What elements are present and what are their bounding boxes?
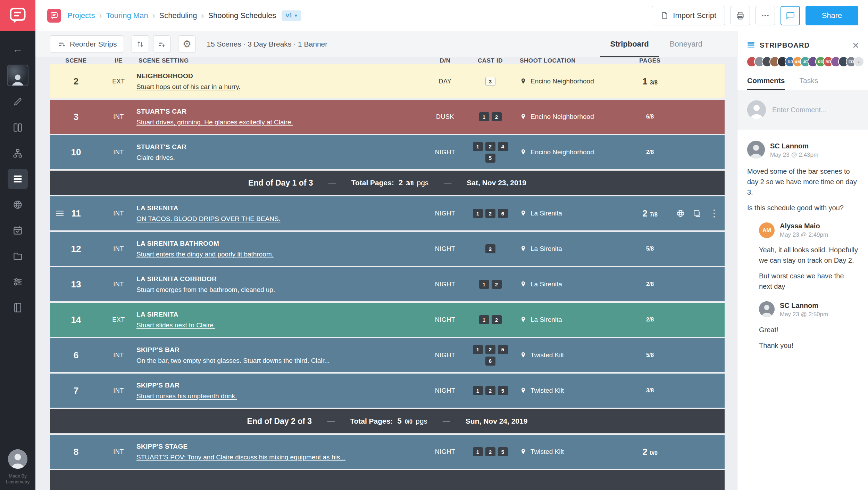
scene-strip[interactable]: 7 INT SKIPP'S BAR Stuart nurses his umpt… — [50, 374, 725, 408]
scene-number: 12 — [71, 244, 81, 254]
pages-value: 13/8 — [624, 76, 676, 87]
location-pin-icon — [520, 78, 527, 85]
pages-value: 5/8 — [624, 246, 676, 252]
day-break-banner[interactable]: — — — [50, 470, 725, 490]
reports-book-button[interactable] — [8, 297, 28, 318]
project-chat-icon[interactable] — [47, 9, 61, 23]
avatar-photo — [747, 141, 765, 158]
scene-strip[interactable]: 14 EXT LA SIRENITA Stuart slides next to… — [50, 303, 725, 337]
sort-button[interactable] — [132, 35, 149, 53]
breadcrumb-shooting-schedules[interactable]: Shooting Schedules — [208, 11, 276, 20]
shot-flow-button[interactable] — [8, 143, 28, 163]
scene-description-link[interactable]: Stuart emerges from the bathroom, cleane… — [136, 286, 416, 294]
version-badge[interactable]: v1▾ — [282, 10, 301, 21]
user-avatar[interactable] — [8, 449, 27, 469]
cast-id-chip: 2 — [492, 112, 502, 121]
import-script-button[interactable]: Import Script — [652, 6, 725, 25]
scene-setting-title: LA SIRENITA — [136, 311, 416, 318]
comments-toggle-button[interactable] — [781, 6, 800, 25]
scene-number: 7 — [74, 385, 78, 396]
cast-id-chip: 3 — [485, 77, 495, 86]
close-icon[interactable]: × — [852, 40, 859, 51]
back-button[interactable]: ← — [8, 39, 28, 59]
scene-description-link[interactable]: STUART'S POV: Tony and Claire discuss hi… — [136, 454, 416, 461]
add-strip-button[interactable] — [153, 35, 170, 53]
scene-description-link[interactable]: Stuart drives, grinning. He glances exci… — [136, 119, 416, 126]
cast-id-chips: 1256 — [471, 345, 509, 366]
scene-description-link[interactable]: Stuart enters the dingy and poorly lit b… — [136, 251, 416, 258]
scene-description-link[interactable]: Stuart nurses his umpteenth drink. — [136, 392, 416, 400]
pages-fraction: 2/8 — [646, 281, 654, 287]
project-thumbnail[interactable] — [7, 65, 28, 86]
int-ext-label: INT — [102, 448, 135, 456]
share-label: Share — [822, 11, 842, 20]
stripboard-nav-button[interactable] — [8, 169, 28, 189]
files-folder-button[interactable] — [8, 246, 28, 266]
scene-description-link[interactable]: Stuart hops out of his car in a hurry. — [136, 83, 416, 91]
col-shoot-location: SHOOT LOCATION — [516, 57, 624, 64]
tab-stripboard[interactable]: Stripboard — [600, 31, 659, 57]
scene-strip[interactable]: 11 INT LA SIRENITA ON TACOS. BLOOD DRIPS… — [50, 196, 725, 230]
comment-timestamp: May 23 @ 2:50pm — [780, 311, 828, 318]
scene-description-link[interactable]: Claire drives. — [136, 154, 416, 162]
elements-ball-icon[interactable] — [676, 209, 685, 218]
panel-tabs: Comments Tasks — [737, 71, 868, 90]
comment-input[interactable] — [772, 106, 864, 114]
scene-strip[interactable]: 6 INT SKIPP'S BAR On the bar, two empty … — [50, 338, 725, 372]
person-icon — [747, 100, 766, 119]
shoot-location-label: La Sirenita — [531, 245, 562, 253]
int-ext-label: EXT — [102, 316, 135, 324]
share-button[interactable]: Share — [806, 6, 858, 25]
elements-ball-button[interactable] — [8, 195, 28, 215]
caret-down-icon: ▾ — [295, 13, 297, 18]
shoot-location: La Sirenita — [516, 316, 624, 324]
scene-description-link[interactable]: Stuart slides next to Claire. — [136, 321, 416, 329]
shoot-location-label: Twisted Kilt — [531, 387, 564, 394]
strip-list: 2 EXT NEIGHBORHOOD Stuart hops out of hi… — [50, 64, 725, 490]
edit-pencil-button[interactable] — [8, 92, 28, 112]
tab-boneyard[interactable]: Boneyard — [659, 31, 713, 57]
comment-timestamp: May 23 @ 2:43pm — [770, 152, 818, 158]
calendar-button[interactable] — [8, 220, 28, 240]
col-dn: D/N — [426, 57, 464, 64]
scene-description-link[interactable]: On the bar, two empty shot glasses. Stua… — [136, 357, 416, 365]
day-night-label: NIGHT — [426, 210, 464, 217]
scene-description-link[interactable]: ON TACOS. BLOOD DRIPS OVER THE BEANS. — [136, 215, 416, 223]
table-header: SCENE I/E SCENE SETTING D/N CAST ID SHOO… — [50, 57, 725, 64]
pages-fraction: 3/8 — [646, 387, 654, 393]
cast-id-chip: 5 — [498, 386, 508, 395]
comment-author: SC Lannom — [780, 302, 828, 310]
comment: SC Lannom May 23 @ 2:50pm Great!Thank yo… — [759, 301, 858, 351]
scene-strip[interactable]: 10 INT STUART'S CAR Claire drives. NIGHT… — [50, 135, 725, 169]
location-pin-icon — [520, 316, 527, 323]
kebab-icon[interactable]: ⋮ — [709, 209, 719, 218]
duplicate-stack-icon[interactable] — [693, 209, 702, 218]
scene-strip[interactable]: 3 INT STUART'S CAR Stuart drives, grinni… — [50, 100, 725, 134]
settings-button[interactable]: ⚙ — [178, 35, 195, 53]
scene-setting-title: STUART'S CAR — [136, 108, 416, 115]
scene-strip[interactable]: 8 INT SKIPP'S STAGE STUART'S POV: Tony a… — [50, 435, 725, 469]
breadcrumb-touring-man[interactable]: Touring Man — [106, 11, 148, 20]
scene-strip[interactable]: 12 INT LA SIRENITA BATHROOM Stuart enter… — [50, 232, 725, 266]
drag-handle-icon[interactable] — [56, 208, 64, 219]
breadcrumb-scheduling[interactable]: Scheduling — [159, 11, 197, 20]
print-button[interactable] — [731, 6, 750, 25]
reorder-strips-button[interactable]: Reorder Strips — [50, 35, 124, 53]
day-break-banner[interactable]: End of Day 1 of 3 — Total Pages: 2 3/8 p… — [50, 171, 725, 195]
studiobinder-logo[interactable] — [0, 0, 35, 31]
breakdown-columns-button[interactable] — [8, 117, 28, 138]
int-ext-label: EXT — [102, 78, 135, 85]
day-break-banner[interactable]: End of Day 2 of 3 — Total Pages: 5 0/0 p… — [50, 409, 725, 433]
separator-dash: — — [444, 178, 451, 187]
cast-id-chip: 2 — [485, 386, 495, 395]
breadcrumb-projects[interactable]: Projects — [67, 11, 95, 20]
scene-strip[interactable]: 2 EXT NEIGHBORHOOD Stuart hops out of hi… — [50, 64, 725, 98]
comment-replies: AM Alyssa Maio May 23 @ 2:49pm Yeah, it … — [759, 222, 858, 351]
settings-sliders-button[interactable] — [8, 272, 28, 292]
tab-tasks[interactable]: Tasks — [800, 71, 818, 90]
tab-comments[interactable]: Comments — [747, 71, 785, 90]
cast-id-chips: 126 — [473, 209, 508, 218]
more-options-button[interactable] — [756, 6, 775, 25]
day-break-title: End of Day 2 of 3 — [247, 417, 312, 426]
scene-strip[interactable]: 13 INT LA SIRENITA CORRIDOR Stuart emerg… — [50, 267, 725, 301]
